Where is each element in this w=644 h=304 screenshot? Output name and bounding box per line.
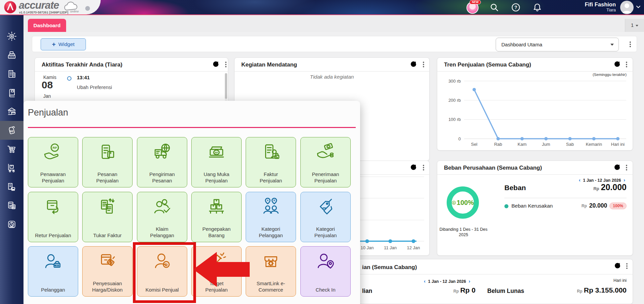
tile-pelanggan[interactable]: Pelanggan <box>28 246 78 297</box>
tile-pengiriman-pesanan[interactable]: Pengiriman Pesanan <box>137 137 187 187</box>
refresh-icon[interactable] <box>613 164 621 171</box>
sidebar-item-tax[interactable]: TAX <box>0 196 23 215</box>
next-icon[interactable]: › <box>467 278 472 284</box>
tile-penerimaan-penjualan[interactable]: Penerimaan Penjualan <box>300 137 351 187</box>
tile-label: Kategori Pelanggan <box>248 226 294 238</box>
gear-icon <box>7 31 17 41</box>
tile-label: Penerimaan Penjualan <box>302 171 349 184</box>
tile-smartlink-e-commerce[interactable]: SmartLink e- Commerce <box>246 246 296 297</box>
rp-tag-icon: Rp <box>7 125 17 135</box>
svg-text:A: A <box>267 199 269 202</box>
account-info[interactable]: Fifi Fashion Tiara <box>585 1 616 13</box>
scrollbar-thumb[interactable] <box>225 73 227 99</box>
refresh-icon[interactable] <box>212 61 219 68</box>
refresh-icon[interactable] <box>613 61 621 68</box>
cart-icon <box>7 144 17 154</box>
activity-time: 13:41 <box>77 75 90 80</box>
chevron-down-icon[interactable] <box>636 5 641 9</box>
divider <box>437 71 633 72</box>
swap-docs-icon <box>98 197 117 217</box>
legend-label: Beban Kerusakan <box>511 203 553 209</box>
tile-retur-penjualan[interactable]: Retur Penjualan <box>28 192 78 242</box>
dashboard-select[interactable]: Dashboard Utama <box>496 38 619 51</box>
donut-chart: 100% <box>447 186 479 219</box>
user-name: Tiara <box>585 8 616 13</box>
activity-text: Ubah Preferensi <box>77 85 112 90</box>
bell-icon[interactable] <box>533 3 542 12</box>
tile-uang-muka-penjualan[interactable]: RPUang Muka Penjualan <box>191 137 242 187</box>
tile-penyesuaian-harga-diskon[interactable]: Penyesuaian Harga/Diskon <box>82 246 133 297</box>
tile-pesanan-penjualan[interactable]: Pesanan Penjualan <box>82 137 133 187</box>
sidebar-item-pos[interactable] <box>0 46 23 64</box>
svg-text:Jum: Jum <box>542 142 550 147</box>
person-basket-icon <box>43 252 63 271</box>
sidebar-item-inventory[interactable] <box>0 159 23 177</box>
sidebar-item-journal[interactable] <box>0 83 23 102</box>
tile-penawaran-penjualan[interactable]: RPPenawaran Penjualan <box>28 137 78 187</box>
date-range-nav: ‹ 1 Jan - 12 Jan 2026 › <box>423 278 472 284</box>
tab-counter[interactable]: 1 <box>625 19 644 32</box>
accurate-online-app: accurate online v1.0.1#3570-587261 [3499… <box>0 0 644 304</box>
date-range-nav: ‹ 1 Jan - 12 Jan 2026 › <box>578 177 627 183</box>
sidebar-item-assets[interactable] <box>0 177 23 196</box>
svg-text:Rab: Rab <box>494 142 502 147</box>
sidebar-item-reports[interactable] <box>0 215 23 234</box>
kebab-icon[interactable] <box>623 164 630 171</box>
tab-dashboard[interactable]: Dashboard <box>28 19 66 32</box>
tile-pengepakan-barang[interactable]: Pengepakan Barang <box>191 192 242 242</box>
refresh-icon[interactable] <box>614 262 621 270</box>
user-avatar[interactable] <box>620 1 634 14</box>
building-car-icon <box>7 182 17 192</box>
tile-label: Tukar Faktur <box>84 232 131 238</box>
value-unpaid: Rp Rp 3.155.000 <box>577 286 627 294</box>
logo-wordmark: accurate <box>19 0 59 11</box>
tile-check-in[interactable]: Check In <box>300 246 351 297</box>
tile-label: Klaim Pelanggan <box>139 226 185 238</box>
tile-label: SmartLink e- Commerce <box>248 280 294 293</box>
kebab-icon[interactable] <box>420 61 427 68</box>
sidebar-item-banking[interactable] <box>0 102 23 121</box>
svg-text:B: B <box>274 199 275 202</box>
tile-faktur-penjualan[interactable]: Faktur Penjualan <box>246 137 296 187</box>
activity-month: Jan <box>43 93 51 99</box>
divider <box>504 198 627 198</box>
help-icon[interactable]: ? <box>511 3 521 12</box>
toolbar-kebab-icon[interactable] <box>627 41 634 48</box>
svg-text:Kemarin: Kemarin <box>586 142 602 147</box>
sidebar: Rp TAX <box>0 15 23 304</box>
tile-kategori-pelanggan[interactable]: ABKategori Pelanggan <box>246 192 296 242</box>
building-icon <box>7 69 17 79</box>
sidebar-item-company[interactable] <box>0 64 23 83</box>
svg-text:11 Jan: 11 Jan <box>384 245 397 250</box>
legend-dot-icon <box>504 204 508 208</box>
kebab-icon[interactable] <box>623 262 631 270</box>
tile-tukar-faktur[interactable]: Tukar Faktur <box>82 192 133 242</box>
svg-text:Sab: Sab <box>566 142 574 147</box>
kebab-icon[interactable] <box>420 164 427 171</box>
prev-icon[interactable]: ‹ <box>423 278 427 284</box>
sidebar-item-settings[interactable] <box>0 27 23 46</box>
kebab-icon[interactable] <box>623 61 630 68</box>
legend-value: Rp 20.000 100% <box>582 202 627 209</box>
refresh-icon[interactable] <box>410 61 417 68</box>
date-range: 1 Jan - 12 Jan 2026 <box>428 279 466 284</box>
tile-klaim-pelanggan[interactable]: Klaim Pelanggan <box>137 192 187 242</box>
refresh-icon[interactable] <box>410 164 417 171</box>
donut-percent: 100% <box>457 199 474 207</box>
accurate-logo-icon[interactable] <box>4 1 16 13</box>
popup-accent-rule <box>28 127 356 128</box>
percent-badge: 100% <box>609 203 627 209</box>
tax-document-icon: TAX <box>7 201 17 211</box>
next-icon[interactable]: › <box>622 177 627 183</box>
tile-label: Check In <box>302 287 349 293</box>
sidebar-item-purchases[interactable] <box>0 140 23 159</box>
sidebar-item-sales[interactable]: Rp <box>0 121 23 140</box>
tile-kategori-penjualan[interactable]: Kategori Penjualan <box>300 192 351 242</box>
accent-rule <box>0 14 644 15</box>
top-bar: accurate online v1.0.1#3570-587261 [3499… <box>0 0 644 15</box>
add-widget-button[interactable]: + Widget <box>41 38 86 50</box>
prev-icon[interactable]: ‹ <box>578 177 582 183</box>
search-icon[interactable] <box>490 3 499 12</box>
kebab-icon[interactable] <box>222 61 230 68</box>
compare-period-text: Dibanding 1 Des - 31 Des 2025 <box>437 227 490 237</box>
